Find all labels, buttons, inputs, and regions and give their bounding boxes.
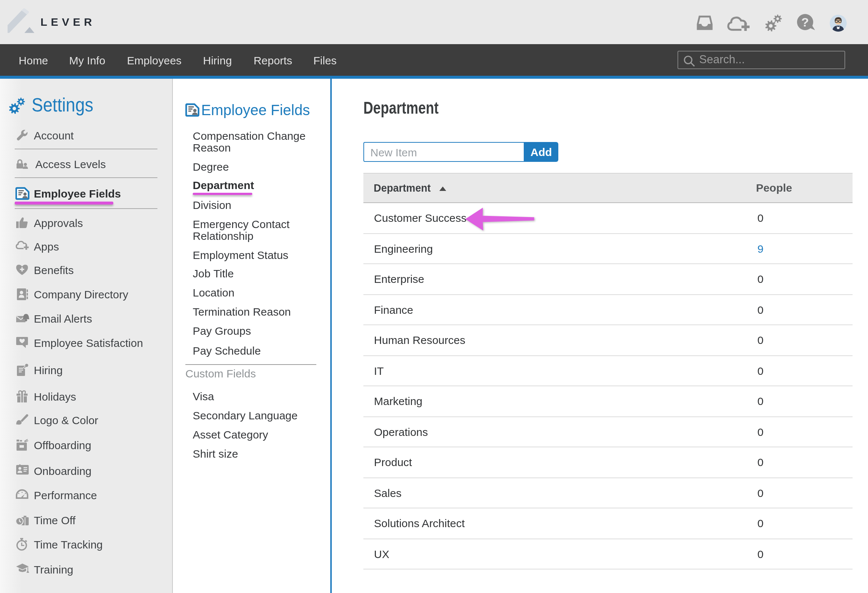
svg-text:?: ? [802,15,809,29]
